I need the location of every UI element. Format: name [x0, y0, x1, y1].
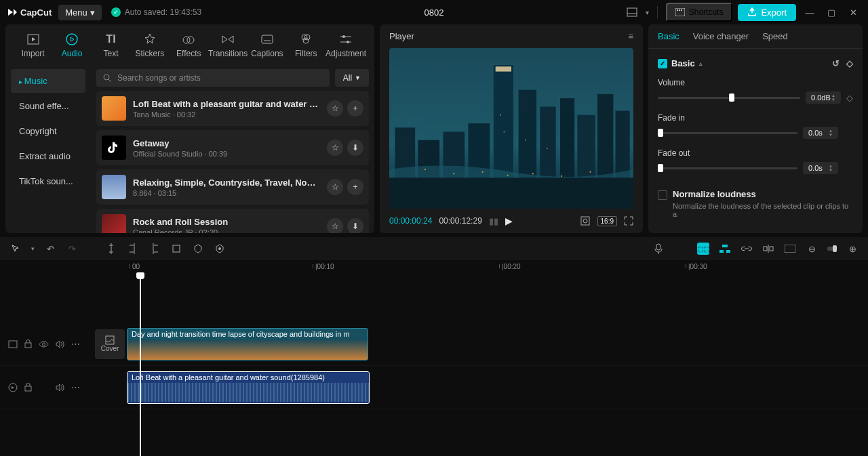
tab-stickers[interactable]: Stickers	[130, 30, 169, 61]
clip-title: Lofi Beat with a pleasant guitar and wat…	[127, 372, 369, 383]
filter-all-button[interactable]: All ▼	[335, 69, 369, 87]
track-toggle-icon[interactable]	[8, 340, 18, 348]
zoom-slider[interactable]	[827, 247, 837, 251]
menu-button[interactable]: Menu▾	[58, 5, 102, 20]
reset-icon[interactable]: ↺	[832, 58, 840, 68]
aspect-ratio[interactable]: 16:9	[597, 216, 617, 226]
track-more-icon[interactable]: ⋯	[71, 382, 80, 392]
download-button[interactable]: ⬇	[347, 218, 363, 233]
mark-in-button[interactable]	[192, 243, 204, 255]
crop-icon[interactable]	[580, 215, 591, 226]
favorite-button[interactable]: ☆	[327, 179, 343, 195]
add-button[interactable]: +	[347, 100, 363, 117]
tab-captions[interactable]: Captions	[248, 30, 286, 61]
svg-point-36	[453, 173, 454, 174]
fadeout-value[interactable]: 0.0s▲▼	[803, 162, 838, 174]
preview-render-button[interactable]	[762, 243, 774, 255]
tab-audio[interactable]: Audio	[52, 30, 91, 61]
tab-adjustment[interactable]: Adjustment	[326, 30, 366, 61]
fadein-slider[interactable]	[658, 132, 797, 134]
add-button[interactable]: +	[347, 179, 363, 195]
track-visible-icon[interactable]	[39, 341, 49, 348]
tab-filters[interactable]: Filters	[287, 30, 326, 61]
shortcuts-button[interactable]: Shortcuts	[666, 3, 733, 22]
tab-transitions[interactable]: Transitions	[208, 30, 248, 61]
auto-snap-toggle[interactable]	[719, 243, 731, 255]
normalize-checkbox[interactable]	[658, 190, 667, 200]
song-row[interactable]: Relaxing, Simple, Countryside, Travel, N…	[96, 169, 369, 205]
zoom-out-button[interactable]: ⊖	[806, 243, 818, 255]
track-mute-icon[interactable]	[56, 340, 64, 348]
volume-value[interactable]: 0.0dB▲▼	[806, 91, 841, 104]
favorite-button[interactable]: ☆	[327, 140, 343, 156]
favorite-button[interactable]: ☆	[327, 218, 343, 233]
tab-import[interactable]: Import	[14, 30, 52, 61]
fadeout-slider[interactable]	[658, 167, 797, 169]
maximize-button[interactable]: ▢	[823, 4, 840, 20]
mark-out-button[interactable]	[214, 243, 226, 255]
volume-slider[interactable]	[658, 97, 800, 99]
layout-icon[interactable]	[624, 4, 640, 20]
rp-tab-basic[interactable]: Basic	[658, 31, 679, 41]
svg-point-45	[547, 148, 548, 149]
svg-rect-2	[675, 8, 685, 16]
sidebar-item-tiktok-sounds[interactable]: TikTok soun...	[11, 169, 85, 193]
undo-button[interactable]: ↶	[44, 243, 56, 255]
svg-point-19	[104, 75, 109, 80]
link-button[interactable]	[741, 243, 753, 255]
player-menu-icon[interactable]: ≡	[628, 31, 633, 41]
split-left-button[interactable]	[127, 243, 139, 255]
track-mute-icon[interactable]	[56, 384, 64, 392]
keyframe-icon[interactable]: ◇	[846, 58, 853, 68]
sidebar-item-sound-effects[interactable]: Sound effe...	[11, 94, 85, 118]
song-row[interactable]: Rock and Roll SessionCanal Records JP · …	[96, 209, 369, 233]
crop-button[interactable]	[170, 243, 182, 255]
zoom-in-button[interactable]: ⊕	[846, 243, 859, 255]
split-button[interactable]	[105, 243, 117, 255]
song-subtitle: Official Sound Studio · 00:39	[133, 150, 320, 158]
timecode-current: 00:00:00:24	[389, 216, 432, 226]
fullscreen-icon[interactable]	[624, 216, 633, 226]
rp-tab-voice-changer[interactable]: Voice changer	[693, 31, 749, 41]
split-right-button[interactable]	[149, 243, 161, 255]
pointer-tool[interactable]	[9, 243, 22, 255]
svg-point-44	[525, 140, 526, 141]
cover-button[interactable]: Cover	[95, 329, 125, 359]
export-button[interactable]: Export	[738, 4, 796, 21]
rp-tab-speed[interactable]: Speed	[762, 31, 788, 41]
song-thumb	[102, 214, 126, 233]
track-lock-icon[interactable]	[24, 383, 32, 392]
track-lock-icon[interactable]	[24, 339, 32, 348]
close-button[interactable]: ✕	[845, 4, 861, 20]
audio-clip[interactable]: Lofi Beat with a pleasant guitar and wat…	[127, 371, 370, 404]
sidebar-item-copyright[interactable]: Copyright	[11, 119, 85, 143]
video-clip[interactable]: Day and night transition time lapse of c…	[127, 328, 368, 360]
playhead[interactable]	[140, 275, 141, 456]
keyboard-icon[interactable]	[784, 243, 796, 255]
redo-button[interactable]: ↷	[66, 243, 78, 255]
magnet-toggle[interactable]: ⬚⬚	[697, 243, 709, 255]
fadein-value[interactable]: 0.0s▲▼	[803, 127, 838, 139]
mic-button[interactable]	[652, 243, 665, 255]
tab-effects[interactable]: Effects	[170, 30, 208, 61]
favorite-button[interactable]: ☆	[327, 100, 343, 117]
song-row[interactable]: Lofi Beat with a pleasant guitar and wat…	[96, 91, 369, 126]
search-icon	[103, 74, 112, 83]
tab-text[interactable]: TIText	[92, 30, 130, 61]
download-button[interactable]: ⬇	[347, 140, 363, 156]
basic-checkbox[interactable]: ✓	[658, 59, 667, 68]
track-audio-icon[interactable]	[8, 383, 18, 392]
svg-rect-46	[581, 217, 589, 225]
track-more-icon[interactable]: ⋯	[71, 339, 80, 349]
sidebar-item-extract-audio[interactable]: Extract audio	[11, 144, 85, 168]
sidebar-item-music[interactable]: Music	[11, 69, 85, 93]
player-preview[interactable]	[389, 48, 633, 209]
search-input[interactable]: Search songs or artists	[96, 69, 330, 87]
svg-rect-60	[785, 245, 795, 253]
timeline-ruler[interactable]: 00 |00:10 |00:20 |00:30	[92, 260, 868, 275]
comparison-icon[interactable]: ▮▮	[489, 216, 498, 226]
minimize-button[interactable]: —	[802, 4, 818, 20]
song-row[interactable]: GetawayOfficial Sound Studio · 00:39 ☆⬇	[96, 130, 369, 165]
volume-keyframe-icon[interactable]: ◇	[846, 93, 853, 103]
play-button[interactable]: ▶	[505, 215, 513, 226]
